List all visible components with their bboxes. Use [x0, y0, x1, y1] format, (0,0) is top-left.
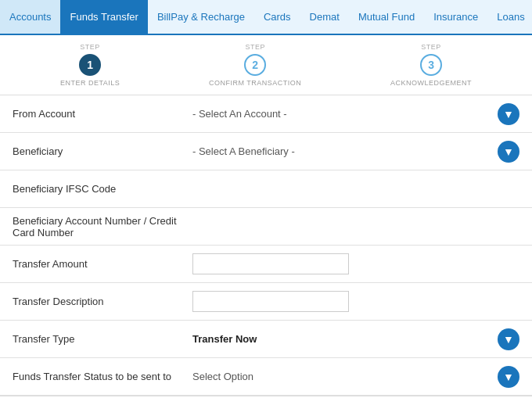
label-from-account: From Account [13, 108, 192, 120]
nav-item-loans[interactable]: Loans [487, 0, 532, 34]
form-row-transfer-description: Transfer Description [0, 283, 532, 321]
nav-item-mutual-fund[interactable]: Mutual Fund [349, 0, 424, 34]
input-transfer-description[interactable] [192, 291, 349, 312]
control-transfer-amount [192, 253, 519, 274]
dropdown-btn-funds-transfer-status[interactable]: ▼ [498, 366, 519, 388]
step-name-step2: CONFIRM TRANSACTION [209, 79, 301, 87]
control-funds-transfer-status: Select Option▼ [192, 366, 519, 388]
nav-item-insurance[interactable]: Insurance [424, 0, 487, 34]
step-circle-step2: 2 [244, 54, 266, 76]
step-label: STEP [245, 43, 265, 51]
nav-item-billpay-recharge[interactable]: BillPay & Recharge [148, 0, 254, 34]
form-row-transfer-amount: Transfer Amount [0, 246, 532, 283]
step-circle-step1: 1 [79, 54, 101, 76]
form-row-funds-transfer-status: Funds Transfer Status to be sent toSelec… [0, 358, 532, 396]
step-name-step1: ENTER DETAILS [60, 79, 120, 87]
step-step3: STEP3ACKNOWLEDGEMENT [390, 43, 472, 87]
form-row-from-account: From Account- Select An Account -▼ [0, 95, 532, 133]
control-beneficiary: - Select A Beneficiary -▼ [192, 141, 519, 163]
transfer-type-label: Transfer Now [192, 333, 491, 345]
step-step1: STEP1ENTER DETAILS [60, 43, 120, 87]
dropdown-btn-transfer-type[interactable]: ▼ [498, 328, 519, 350]
step-name-step3: ACKNOWLEDGEMENT [390, 79, 472, 87]
nav-item-demat[interactable]: Demat [300, 0, 349, 34]
step-circle-step3: 3 [420, 54, 442, 76]
step-label: STEP [80, 43, 100, 51]
control-transfer-description [192, 291, 519, 312]
control-transfer-type: Transfer Now▼ [192, 328, 519, 350]
select-display-funds-transfer-status: Select Option [192, 371, 491, 382]
steps-bar: STEP1ENTER DETAILSSTEP2CONFIRM TRANSACTI… [0, 35, 532, 95]
form-container: From Account- Select An Account -▼Benefi… [0, 95, 532, 396]
input-transfer-amount[interactable] [192, 253, 349, 274]
step-step2: STEP2CONFIRM TRANSACTION [209, 43, 301, 87]
form-row-beneficiary-ifsc: Beneficiary IFSC Code [0, 170, 532, 208]
label-transfer-description: Transfer Description [13, 296, 192, 307]
form-row-beneficiary-account: Beneficiary Account Number / Credit Card… [0, 208, 532, 246]
form-row-transfer-type: Transfer TypeTransfer Now▼ [0, 321, 532, 358]
label-funds-transfer-status: Funds Transfer Status to be sent to [13, 371, 192, 382]
label-transfer-amount: Transfer Amount [13, 258, 192, 270]
select-display-from-account: - Select An Account - [192, 108, 491, 120]
nav-item-accounts[interactable]: Accounts [0, 0, 60, 34]
label-beneficiary-ifsc: Beneficiary IFSC Code [13, 183, 192, 195]
nav-item-cards[interactable]: Cards [254, 0, 300, 34]
dropdown-btn-from-account[interactable]: ▼ [498, 103, 519, 125]
form-row-beneficiary: Beneficiary- Select A Beneficiary -▼ [0, 133, 532, 170]
label-transfer-type: Transfer Type [13, 333, 192, 345]
dropdown-btn-beneficiary[interactable]: ▼ [498, 141, 519, 163]
top-nav: AccountsFunds TransferBillPay & Recharge… [0, 0, 532, 35]
label-beneficiary: Beneficiary [13, 145, 192, 157]
control-from-account: - Select An Account -▼ [192, 103, 519, 125]
nav-item-funds-transfer[interactable]: Funds Transfer [60, 0, 147, 34]
step-label: STEP [421, 43, 441, 51]
label-beneficiary-account: Beneficiary Account Number / Credit Card… [13, 215, 192, 238]
select-display-beneficiary: - Select A Beneficiary - [192, 145, 491, 157]
